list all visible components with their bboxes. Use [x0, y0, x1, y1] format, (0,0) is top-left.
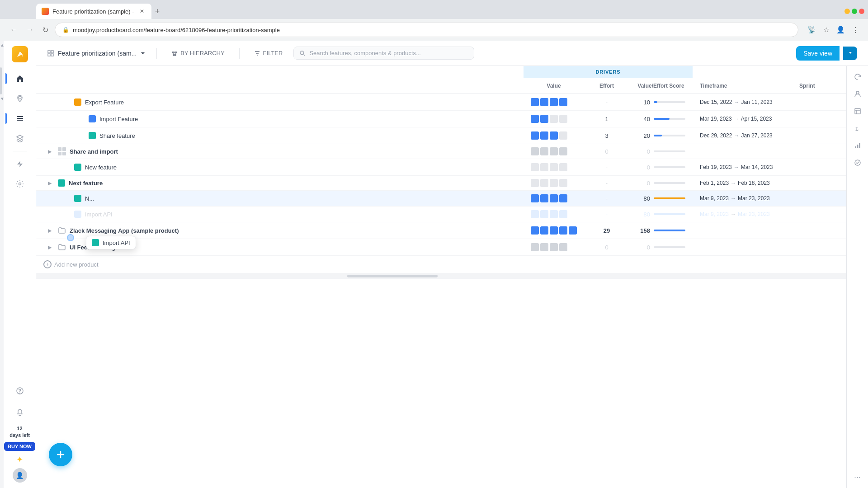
feature-icon	[74, 164, 81, 171]
value-cell	[524, 159, 584, 176]
expand-btn[interactable]	[61, 98, 71, 107]
view-selector[interactable]: Feature prioritization (sam...	[47, 50, 146, 57]
reload-button[interactable]: ↻	[40, 23, 51, 37]
expand-btn[interactable]: ▶	[45, 178, 54, 188]
new-tab-button[interactable]: +	[151, 5, 164, 18]
tab-close-btn[interactable]: ✕	[138, 7, 146, 15]
sidebar-item-settings[interactable]	[11, 175, 29, 193]
feature-table-body: Export Feature	[36, 94, 846, 273]
save-view-dropdown[interactable]	[843, 47, 857, 60]
expand-btn[interactable]: ▶	[45, 243, 54, 252]
col-header-feature	[36, 66, 524, 78]
person-icon	[854, 90, 861, 98]
score-number: 40	[637, 116, 650, 122]
expand-btn[interactable]: ▶	[45, 226, 54, 235]
app-logo[interactable]	[12, 46, 28, 62]
expand-btn[interactable]: ▶	[45, 147, 54, 156]
value-cell	[524, 191, 584, 206]
filter-button[interactable]: FILTER	[250, 48, 287, 58]
col-header-score: Value/Effort Score	[629, 78, 693, 94]
add-product-cell: + Add new product	[36, 256, 524, 273]
feature-name: Export Feature	[85, 99, 124, 106]
scroll-up[interactable]: ▲	[0, 41, 4, 49]
maximize-btn[interactable]	[852, 9, 857, 14]
scroll-down[interactable]: ▼	[0, 94, 4, 103]
active-tab[interactable]: Feature prioritization (sample) - ✕	[36, 4, 151, 19]
plus-icon	[55, 449, 66, 460]
address-bar-row: ← → ↻ 🔒 moodjoy.productboard.com/feature…	[0, 19, 868, 41]
score-cell: 0	[629, 144, 693, 159]
right-panel-refresh-icon[interactable]	[850, 70, 865, 84]
expand-btn[interactable]	[76, 114, 85, 123]
empty-cell	[524, 256, 846, 273]
value-bar	[540, 226, 548, 235]
drag-cursor	[67, 234, 74, 241]
timeframe-cell: Feb 19, 2023→Mar 14, 2023	[693, 159, 792, 176]
right-panel-check-icon[interactable]	[850, 155, 865, 170]
window-controls	[844, 9, 868, 14]
hierarchy-icon	[171, 50, 178, 56]
home-icon	[16, 75, 24, 83]
expand-btn[interactable]	[61, 163, 71, 172]
horizontal-scrollbar[interactable]	[36, 273, 846, 279]
feature-icon	[89, 115, 96, 122]
scroll-thumb[interactable]	[0, 67, 2, 94]
right-panel-table-icon[interactable]	[850, 104, 865, 118]
feature-icon	[74, 99, 81, 106]
feature-name: Import API	[85, 211, 113, 218]
svg-point-11	[300, 51, 304, 55]
feature-name-cell: New feature	[36, 159, 524, 176]
svg-rect-2	[17, 118, 23, 119]
sidebar-item-zap[interactable]	[11, 155, 29, 173]
sprint-cell	[792, 191, 846, 206]
cast-btn[interactable]: 📡	[806, 24, 818, 36]
sprint-cell	[792, 206, 846, 222]
back-button[interactable]: ←	[7, 23, 20, 37]
days-left-text: 12days left	[9, 425, 30, 438]
close-btn[interactable]	[859, 9, 864, 14]
profile-btn[interactable]: 👤	[835, 24, 847, 36]
add-product-button[interactable]: + Add new product	[43, 260, 516, 268]
score-cell: 0	[629, 176, 693, 191]
forward-button[interactable]: →	[24, 23, 36, 37]
feature-name: N...	[85, 195, 94, 202]
h-scroll-thumb[interactable]	[347, 275, 438, 277]
save-view-button[interactable]: Save view	[796, 46, 840, 61]
value-cell	[524, 239, 584, 256]
expand-btn[interactable]	[76, 131, 85, 140]
sidebar-item-home[interactable]	[11, 70, 29, 88]
user-avatar[interactable]: 👤	[13, 468, 27, 483]
search-box[interactable]: Search features, components & products..…	[293, 47, 474, 60]
sidebar-bottom: 12days left BUY NOW ✦ 👤	[4, 382, 35, 483]
hierarchy-button[interactable]: BY HIERARCHY	[168, 48, 228, 58]
value-bar	[559, 147, 567, 155]
sidebar-item-help[interactable]	[11, 382, 29, 400]
settings-icon	[16, 180, 24, 188]
feature-name-cell: Import API	[36, 206, 524, 222]
right-panel-sigma-icon[interactable]: Σ	[850, 121, 865, 136]
timeframe-cell	[693, 144, 792, 159]
sidebar-item-location[interactable]	[11, 89, 29, 108]
effort-cell: 0	[584, 239, 629, 256]
sidebar-item-layers[interactable]	[11, 129, 29, 147]
browser-actions: 📡 ☆ 👤 ⋮	[806, 24, 861, 36]
svg-rect-3	[17, 120, 23, 121]
address-bar[interactable]: 🔒 moodjoy.productboard.com/feature-board…	[55, 23, 798, 37]
sidebar-item-bell[interactable]	[11, 404, 29, 422]
buy-now-button[interactable]: BUY NOW	[4, 442, 35, 451]
fab-add-button[interactable]	[49, 443, 72, 466]
minimize-btn[interactable]	[844, 9, 850, 14]
value-bar	[540, 147, 548, 155]
filter-icon	[254, 50, 260, 56]
bookmark-btn[interactable]: ☆	[821, 24, 831, 36]
value-bar	[559, 98, 567, 106]
right-panel: Σ ⋯	[846, 66, 868, 488]
feature-name: Share and import	[70, 148, 118, 155]
menu-btn[interactable]: ⋮	[850, 24, 861, 36]
right-panel-chart-icon[interactable]	[850, 138, 865, 153]
value-bar	[531, 194, 539, 202]
right-panel-person-icon[interactable]	[850, 87, 865, 101]
sidebar-item-list[interactable]	[11, 109, 29, 127]
right-panel-dots-icon[interactable]: ⋯	[850, 470, 865, 484]
drivers-group-header: DRIVERS	[524, 66, 693, 78]
